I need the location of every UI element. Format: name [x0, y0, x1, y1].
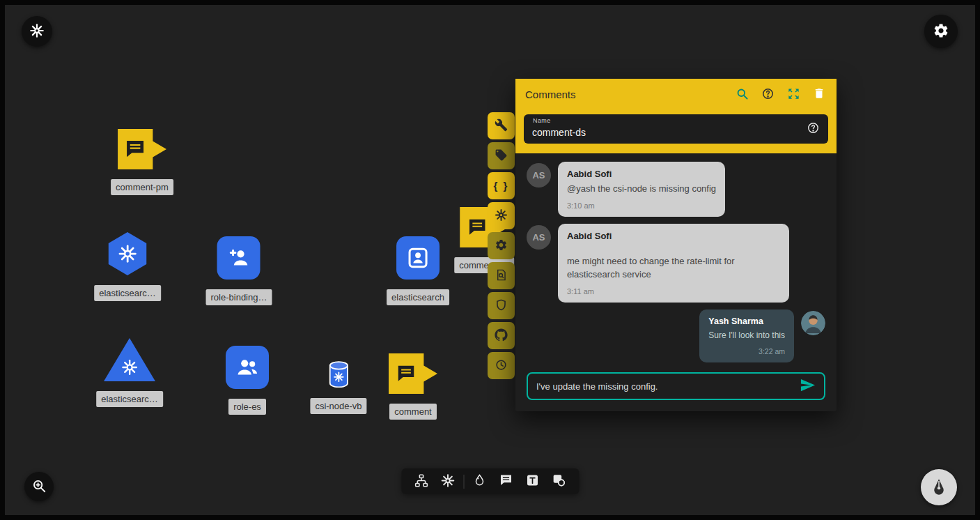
search-comments-button[interactable]	[734, 87, 749, 102]
comment-icon	[124, 138, 146, 160]
name-field: Name	[524, 114, 828, 144]
help-button[interactable]	[760, 87, 775, 102]
node-role-es[interactable]: role-es	[226, 346, 269, 415]
json-config-button[interactable]: { }	[488, 172, 515, 199]
comment-message: AS Aabid Sofi me might need to change th…	[527, 224, 825, 303]
expand-panel-button[interactable]	[786, 87, 801, 102]
pen-tool-button[interactable]	[921, 469, 957, 505]
kubernetes-triangle-shape	[104, 338, 155, 381]
avatar-photo	[801, 311, 825, 335]
doc-search-icon	[495, 268, 508, 284]
shield-icon	[495, 298, 508, 314]
inspect-resource-button[interactable]	[488, 262, 515, 289]
node-label: elasticsearch	[387, 289, 449, 305]
role-shape	[226, 346, 269, 389]
name-field-section: Name	[515, 110, 837, 153]
kubernetes-wheel-icon	[120, 358, 139, 376]
send-icon	[800, 377, 816, 395]
help-circle-icon	[761, 87, 775, 102]
message-author: Aabid Sofi	[567, 231, 780, 241]
user-plus-icon	[226, 245, 251, 270]
relationship-tool-button[interactable]	[408, 468, 435, 494]
node-label: role-binding…	[206, 289, 272, 305]
node-comment[interactable]: comment	[389, 353, 437, 420]
node-elasticsearch-hexagon[interactable]: elasticsearc…	[94, 232, 161, 301]
send-button[interactable]	[800, 377, 816, 395]
message-text: @yash the csi-node is missing config	[567, 183, 716, 196]
message-author: Aabid Sofi	[567, 169, 716, 179]
message-time: 3:10 am	[567, 201, 716, 210]
kubernetes-tool-button[interactable]	[435, 468, 461, 494]
users-icon	[235, 355, 260, 380]
message-bubble: Aabid Sofi @yash the csi-node is missing…	[558, 162, 725, 217]
shapes-icon	[552, 473, 566, 489]
message-bubble: Yash Sharma Sure I'll look into this 3:2…	[699, 309, 794, 362]
comments-panel: Comments Name AS	[515, 79, 837, 411]
configure-button[interactable]	[488, 112, 515, 139]
comment-icon	[467, 217, 488, 238]
zoom-button[interactable]	[24, 472, 54, 501]
delete-comment-button[interactable]	[811, 87, 827, 102]
kubernetes-wheel-icon	[495, 208, 508, 224]
label-button[interactable]	[488, 142, 515, 169]
expand-icon	[787, 87, 800, 102]
message-text: Sure I'll look into this	[708, 330, 785, 342]
node-label: elasticsearc…	[96, 391, 163, 407]
comment-thread[interactable]: AS Aabid Sofi @yash the csi-node is miss…	[515, 153, 837, 369]
kubernetes-asterisk-icon	[29, 23, 45, 40]
node-settings-button[interactable]	[488, 232, 515, 259]
draw-tool-button[interactable]	[466, 468, 492, 494]
user-photo	[801, 311, 825, 335]
role-binding-shape	[217, 236, 260, 280]
shapes-tool-button[interactable]	[545, 468, 572, 494]
node-csi-node-vb[interactable]: csi-node-vb	[310, 360, 366, 414]
user-badge-icon	[405, 245, 430, 270]
message-text: me might need to change the rate-limit f…	[567, 255, 780, 282]
gear-icon	[933, 22, 949, 41]
canvas[interactable]: comment-ds comment-pm elasticsearc… role…	[0, 0, 980, 520]
trash-icon	[813, 87, 825, 102]
relationships-icon	[414, 473, 429, 490]
node-comment-pm[interactable]: comment-pm	[111, 129, 173, 195]
text-icon	[525, 473, 539, 489]
node-label: elasticsearc…	[94, 285, 161, 301]
node-elasticsearch-serviceaccount[interactable]: elasticsearch	[387, 236, 449, 305]
toolbar-divider	[463, 475, 464, 489]
github-icon	[495, 328, 508, 344]
comment-message: Yash Sharma Sure I'll look into this 3:2…	[527, 309, 825, 362]
wrench-icon	[495, 118, 508, 134]
service-account-shape	[396, 236, 440, 280]
kubernetes-logo-button[interactable]	[22, 16, 52, 47]
node-action-toolbar: { }	[488, 112, 515, 379]
avatar: AS	[527, 163, 551, 188]
github-button[interactable]	[488, 322, 515, 349]
kubernetes-button[interactable]	[488, 202, 515, 229]
name-field-label: Name	[533, 117, 551, 124]
avatar: AS	[527, 225, 551, 250]
message-bubble: Aabid Sofi me might need to change the r…	[558, 224, 789, 303]
field-help-icon[interactable]	[807, 121, 820, 137]
name-input[interactable]	[532, 120, 807, 138]
security-button[interactable]	[488, 292, 515, 319]
settings-button[interactable]	[924, 15, 958, 48]
search-icon	[736, 87, 749, 102]
node-elasticsearch-triangle[interactable]: elasticsearc…	[96, 338, 163, 407]
comment-input[interactable]	[536, 381, 793, 392]
node-role-binding[interactable]: role-binding…	[206, 236, 272, 305]
comment-message: AS Aabid Sofi @yash the csi-node is miss…	[527, 162, 825, 217]
comment-icon	[499, 473, 513, 489]
text-tool-button[interactable]	[519, 468, 545, 494]
comment-tool-button[interactable]	[492, 468, 519, 494]
tools-toolbar	[401, 468, 579, 494]
node-label: csi-node-vb	[310, 398, 366, 414]
history-button[interactable]	[488, 352, 515, 379]
history-clock-icon	[495, 358, 508, 374]
message-time: 3:11 am	[567, 287, 780, 296]
comments-panel-header: Comments	[515, 79, 837, 110]
node-label: comment-pm	[111, 179, 173, 195]
gear-icon	[495, 238, 508, 254]
storage-cylinder-shape	[327, 360, 350, 388]
tag-icon	[495, 148, 508, 164]
comment-shape	[389, 353, 437, 394]
message-time: 3:22 am	[708, 347, 785, 355]
